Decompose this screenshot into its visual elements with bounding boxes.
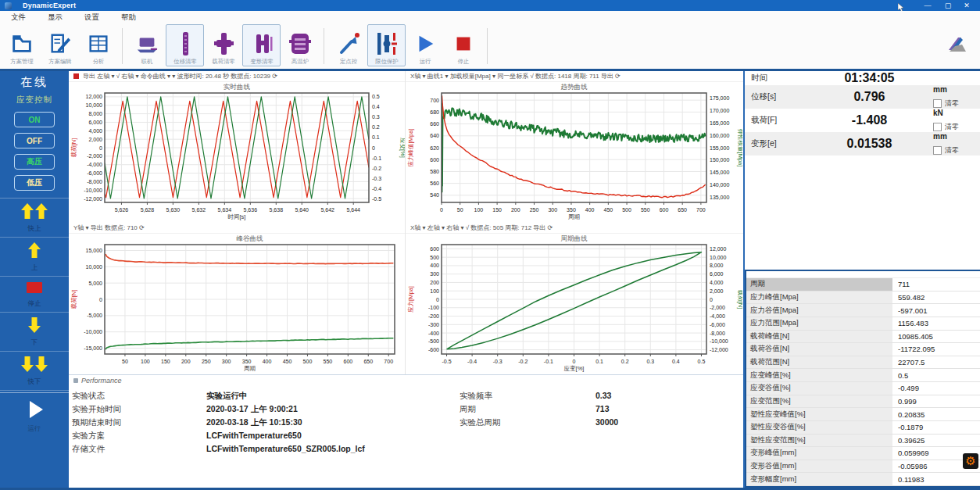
- analyze-icon: [87, 30, 110, 57]
- checkbox-icon[interactable]: [933, 99, 942, 108]
- toolbar-item[interactable]: 定点控: [329, 24, 367, 66]
- svg-text:0.3: 0.3: [372, 114, 380, 120]
- svg-text:6,000: 6,000: [88, 120, 102, 125]
- chart-cycle: 周期曲线-0.5-0.4-0.3-0.2-0.100.10.20.30.40.5…: [406, 233, 742, 374]
- svg-text:-12,000: -12,000: [710, 347, 728, 352]
- svg-text:-0.5: -0.5: [442, 359, 451, 364]
- svg-text:160,000: 160,000: [710, 133, 729, 138]
- toolbar-item[interactable]: 变形清零: [242, 24, 281, 66]
- menu-item[interactable]: 设置: [73, 13, 110, 23]
- stat-value: -11722.095: [892, 343, 980, 356]
- svg-text:-2,000: -2,000: [710, 305, 725, 310]
- sidebar-button[interactable]: 低压: [14, 175, 55, 191]
- toolbar-item[interactable]: 分析: [79, 24, 117, 66]
- cycle-chart-toolbar[interactable]: X轴 ▾ 左轴 ▾ 右轴 ▾ √ 数据点: 505 周期: 712 导出 ⟳: [406, 223, 742, 233]
- svg-text:应力[Mpa]: 应力[Mpa]: [407, 286, 414, 313]
- jog-button[interactable]: 下: [0, 313, 69, 352]
- maximize-button[interactable]: ▢: [939, 0, 957, 11]
- svg-text:-600: -600: [428, 347, 439, 352]
- status-row: 存储文件 LCFwithTemperature650_SZR005.lop_lc…: [72, 442, 456, 456]
- toolbar-item[interactable]: 运行: [406, 24, 444, 66]
- status-label: 实验开始时间: [72, 402, 206, 416]
- stat-value: 0.5: [892, 369, 980, 381]
- toolbar-item[interactable]: 停止: [444, 24, 482, 66]
- toolbar-item-label: 载荷清零: [212, 57, 234, 65]
- svg-text:-10,000: -10,000: [84, 188, 102, 193]
- status-row: 周期 713: [460, 402, 733, 416]
- toolbar-item[interactable]: 位移清零: [166, 24, 204, 66]
- trend-chart-toolbar[interactable]: X轴 ▾ 曲线1 ▾ 加载模量[Mpa] ▾ 同一坐标系 √ 数据点: 1418…: [406, 71, 742, 81]
- sidebar-button[interactable]: ON: [14, 112, 55, 127]
- zero-checkbox[interactable]: 清零: [933, 122, 959, 132]
- brand-logo-icon: [942, 33, 972, 59]
- menu-item[interactable]: 文件: [0, 13, 37, 23]
- toolbar-separator: [324, 28, 324, 64]
- svg-text:540: 540: [430, 192, 439, 198]
- svg-text:250: 250: [530, 207, 539, 213]
- svg-text:-300: -300: [428, 322, 439, 327]
- svg-text:4,000: 4,000: [88, 128, 102, 134]
- svg-text:-5,000: -5,000: [87, 313, 102, 318]
- status-row: 实验频率 0.33: [460, 389, 733, 402]
- svg-text:620: 620: [430, 145, 439, 151]
- svg-text:应变[%]: 应变[%]: [564, 365, 585, 372]
- svg-text:700: 700: [384, 359, 393, 364]
- stat-label: 变形峰值[mm]: [746, 447, 892, 460]
- menu-item[interactable]: 显示: [37, 13, 73, 23]
- jog-label: 快上: [28, 224, 41, 234]
- peakvalley-chart-toolbar[interactable]: Y轴 ▾ 导出 数据点: 710 ⟳: [69, 223, 406, 233]
- titlebar: DynamicExpert — ▢ ✕: [0, 0, 980, 11]
- toolbar-item[interactable]: 方案编辑: [41, 24, 79, 66]
- svg-text:-15,000: -15,000: [84, 345, 102, 351]
- svg-text:-6,000: -6,000: [710, 322, 725, 327]
- readout-value: 0.796: [806, 90, 933, 104]
- zero-checkbox[interactable]: 清零: [933, 145, 959, 156]
- realtime-chart-toolbar[interactable]: 导出 左轴 ▾ √ 右轴 ▾ 命令曲线 ▾ ▾ 波形时间: 20.48 秒 数据…: [69, 71, 406, 81]
- jog-button[interactable]: 快下: [0, 352, 69, 391]
- svg-text:165,000: 165,000: [710, 120, 729, 126]
- stop-sq-icon: [20, 281, 48, 298]
- stat-label: 载荷峰值[N]: [746, 331, 892, 343]
- toolbar-item[interactable]: 载荷清零: [204, 24, 242, 66]
- checkbox-icon[interactable]: [933, 123, 942, 131]
- jog-button[interactable]: 快上: [0, 199, 69, 238]
- toolbar-separator: [122, 28, 123, 64]
- minimize-button[interactable]: —: [919, 0, 936, 11]
- status-label: 预期结束时间: [72, 416, 206, 429]
- svg-text:650: 650: [363, 359, 373, 364]
- toolbar-item[interactable]: 限位保护: [367, 24, 406, 66]
- svg-text:135,000: 135,000: [710, 195, 729, 200]
- readout-value: 01:34:05: [806, 71, 933, 85]
- close-button[interactable]: ✕: [958, 0, 975, 11]
- svg-text:350: 350: [567, 207, 576, 213]
- readout-label: 时间: [745, 73, 806, 84]
- status-panel-title: Performance: [81, 377, 122, 384]
- readout-panel: 时间 01:34:05 清零 位移[s] 0.796 mm 清零 载荷[F]: [743, 71, 980, 488]
- toolbar-item[interactable]: 方案管理: [2, 24, 41, 66]
- svg-text:0.4: 0.4: [672, 359, 680, 364]
- table-row: 应变峰值[%] 0.5: [746, 369, 980, 382]
- stat-label: 载荷范围[N]: [746, 356, 892, 369]
- menu-item[interactable]: 帮助: [110, 13, 147, 23]
- table-row: 变形谷值[mm] -0.05986: [746, 460, 980, 474]
- deform-zero-icon: [250, 30, 274, 57]
- status-right-column: 实验频率 0.33 周期 713 实验总周期 30000: [460, 389, 733, 429]
- table-row: 塑性应变峰值[%] 0.20835: [746, 408, 980, 421]
- realtime-chart-toolbar-text: 导出 左轴 ▾ √ 右轴 ▾ 命令曲线 ▾ ▾ 波形时间: 20.48 秒 数据…: [83, 72, 277, 80]
- jog-button[interactable]: 停止: [0, 277, 69, 313]
- chart-toolbars-row2: Y轴 ▾ 导出 数据点: 710 ⟳ X轴 ▾ 左轴 ▾ 右轴 ▾ √ 数据点:…: [69, 223, 743, 234]
- toolbar-item[interactable]: 联机: [127, 24, 166, 66]
- jog-button[interactable]: 上: [0, 238, 69, 277]
- toolbar-item[interactable]: 高温炉: [281, 24, 319, 66]
- zero-checkbox[interactable]: 清零: [933, 98, 959, 109]
- jog-button[interactable]: 运行: [0, 392, 69, 437]
- sidebar-button[interactable]: OFF: [14, 133, 55, 148]
- svg-text:-0.5: -0.5: [372, 196, 381, 202]
- settings-gear-icon[interactable]: ⚙: [963, 453, 978, 469]
- svg-text:周期曲线: 周期曲线: [561, 234, 588, 242]
- stat-label: 变形幅度[mm]: [746, 473, 892, 485]
- checkbox-icon[interactable]: [933, 146, 942, 155]
- svg-text:8,000: 8,000: [710, 263, 724, 268]
- sidebar-button[interactable]: 高压: [14, 154, 55, 170]
- stat-label: 应力谷值[Mpa]: [746, 304, 892, 317]
